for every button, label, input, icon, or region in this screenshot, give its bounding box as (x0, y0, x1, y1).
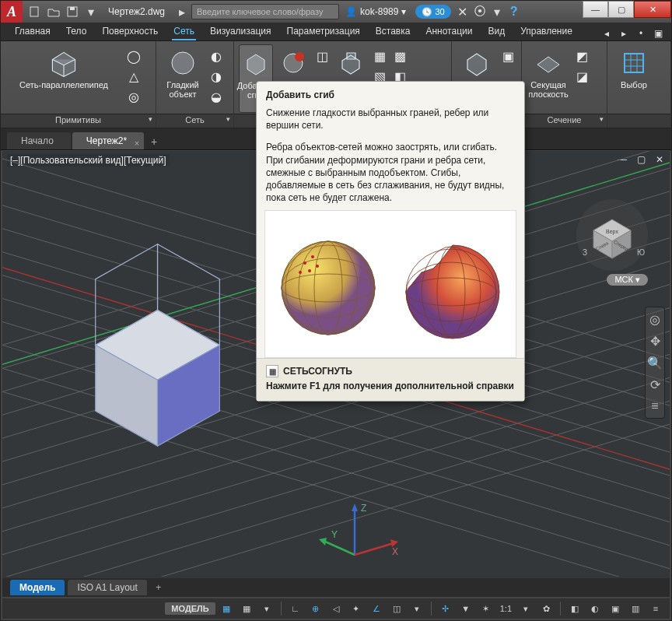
sb-clean-icon[interactable]: ▥ (626, 600, 645, 617)
qat-more-icon[interactable]: ▸ (173, 3, 191, 20)
sb-filter-icon[interactable]: ▼ (457, 600, 475, 617)
tab-mesh[interactable]: Сеть (166, 23, 202, 40)
sb-grid-icon[interactable]: ▦ (217, 600, 236, 617)
tab-visualize[interactable]: Визуализация (202, 23, 279, 40)
sb-osnap-icon[interactable]: ✦ (347, 600, 366, 617)
sb-iso-icon[interactable]: ◁ (327, 600, 345, 617)
tab-home[interactable]: Главная (7, 23, 58, 40)
edit-mini1-icon[interactable]: ◫ (313, 47, 331, 65)
tab-insert[interactable]: Вставка (368, 23, 418, 40)
nav-orbit-icon[interactable]: ⟳ (648, 377, 662, 391)
nav-wheel-icon[interactable]: ◎ (648, 312, 662, 326)
search-input[interactable]: Введите ключевое слово/фразу (191, 4, 339, 19)
tooltip-illustration (264, 210, 516, 358)
edit-mini2-icon[interactable]: ▦ (371, 47, 388, 65)
qat-dropdown-icon[interactable]: ▾ (82, 3, 100, 20)
sb-snap-icon[interactable]: ▦ (237, 600, 256, 617)
smooth-object-icon (167, 47, 198, 79)
help-dropdown-icon[interactable]: ▾ (488, 3, 506, 20)
qat-save-icon[interactable] (64, 3, 81, 20)
ribbon-bullet-icon[interactable]: • (634, 26, 648, 40)
app-logo[interactable]: A (1, 1, 23, 23)
smooth-less-icon[interactable]: ◑ (208, 68, 225, 85)
tab-body[interactable]: Тело (58, 23, 95, 40)
nav-pan-icon[interactable]: ✥ (648, 334, 662, 348)
titlebar: A ▾ Чертеж2.dwg ▸ Введите ключевое слово… (1, 1, 671, 23)
file-tab-drawing[interactable]: Чертеж2*× (72, 132, 144, 149)
file-tab-add[interactable]: + (145, 134, 163, 149)
sb-annoscale-icon[interactable]: ◧ (565, 600, 584, 617)
close-tab-icon[interactable]: × (135, 135, 139, 152)
tab-annotate[interactable]: Аннотации (418, 23, 480, 40)
search-placeholder: Введите ключевое слово/фразу (197, 7, 323, 16)
sb-polar-icon[interactable]: ⊕ (306, 600, 325, 617)
minimize-button[interactable]: — (583, 1, 608, 18)
mesh-box-button[interactable]: Сеть-параллелепипед (5, 44, 122, 113)
edit-mini5-icon[interactable]: ▩ (391, 47, 408, 65)
smooth-object-button[interactable]: Гладкий объект (161, 44, 205, 113)
panel-selection-title[interactable] (607, 114, 670, 128)
mesh-torus-icon[interactable]: ◎ (125, 88, 142, 105)
layout-tab-add[interactable]: + (150, 580, 167, 595)
ribbon-collapse-icon[interactable]: ▣ (651, 26, 665, 40)
sb-isolate-icon[interactable]: ▣ (606, 600, 625, 617)
time-pill-value: 30 (435, 7, 444, 16)
panel-section-title[interactable]: Сечение▾ (522, 114, 607, 128)
close-button[interactable]: ✕ (634, 1, 671, 18)
convert-mini-icon[interactable]: ▣ (499, 47, 516, 65)
tooltip-para1: Снижение гладкости выбранных граней, реб… (257, 104, 524, 138)
section-mini2-icon[interactable]: ◪ (573, 68, 590, 85)
tab-view[interactable]: Вид (480, 23, 513, 40)
time-pill[interactable]: 🕓30 (415, 5, 450, 19)
sb-dropdown3-icon[interactable]: ▾ (516, 600, 535, 617)
qat-open-icon[interactable] (45, 3, 62, 20)
sb-scale-label[interactable]: 1:1 (497, 600, 515, 617)
sb-hardware-icon[interactable]: ◐ (586, 600, 604, 617)
user-menu[interactable]: 👤 kok-8989 ▾ (345, 6, 406, 17)
cloud-icon[interactable]: ⦿ (471, 3, 488, 20)
msk-badge[interactable]: МСК ▾ (607, 274, 648, 286)
sb-gear-icon[interactable]: ✿ (537, 600, 555, 617)
sb-dyn-icon[interactable]: ✢ (436, 600, 455, 617)
maximize-button[interactable]: ▢ (608, 1, 634, 18)
panel-primitives-title[interactable]: Примитивы▾ (1, 114, 156, 128)
tab-parametric[interactable]: Параметризация (279, 23, 368, 40)
ribbon-scroll-left-icon[interactable]: ◂ (600, 26, 614, 40)
nav-bar: ◎ ✥ 🔍 ⟳ ≡ (645, 307, 665, 419)
smooth-refine-icon[interactable]: ◒ (208, 88, 225, 105)
clock-icon: 🕓 (422, 7, 432, 17)
help-icon[interactable]: ? (506, 3, 523, 20)
svg-rect-0 (30, 7, 38, 16)
sb-dropdown2-icon[interactable]: ▾ (408, 600, 426, 617)
file-tab-home[interactable]: Начало (7, 132, 71, 149)
layout-tab-model[interactable]: Модель (10, 580, 65, 595)
exchange-icon[interactable]: ✕ (454, 3, 471, 20)
smooth-more-icon[interactable]: ◐ (208, 47, 225, 65)
mesh-sphere-icon[interactable]: ◯ (125, 47, 142, 65)
select-label: Выбор (621, 80, 647, 89)
ucs-icon: Z X Y (316, 500, 409, 570)
sb-3dosnap-icon[interactable]: ◫ (387, 600, 406, 617)
mesh-cone-icon[interactable]: △ (125, 68, 142, 85)
svg-rect-2 (70, 7, 75, 10)
qat-new-icon[interactable] (26, 3, 44, 20)
tab-surface[interactable]: Поверхность (94, 23, 166, 40)
tooltip-title: Добавить сгиб (257, 82, 524, 104)
viewcube[interactable]: Верх Слева Спереди З Ю (573, 195, 651, 272)
sb-model-button[interactable]: МОДЕЛЬ (165, 602, 215, 615)
panel-mesh-title[interactable]: Сеть▾ (156, 114, 233, 128)
sb-custom-icon[interactable]: ≡ (646, 600, 665, 617)
ribbon-scroll-right-icon[interactable]: ▸ (617, 26, 631, 40)
sb-track-icon[interactable]: ∠ (367, 600, 386, 617)
select-button[interactable]: Выбор (612, 44, 656, 113)
section-plane-button[interactable]: Секущая плоскость (527, 44, 570, 113)
sb-dropdown1-icon[interactable]: ▾ (257, 600, 276, 617)
sb-ortho-icon[interactable]: ∟ (286, 600, 305, 617)
layout-tab-iso[interactable]: ISO A1 Layout (68, 580, 146, 595)
sb-gizmo-icon[interactable]: ✶ (477, 600, 495, 617)
nav-rewind-icon[interactable]: ≡ (648, 399, 662, 413)
statusbar: МОДЕЛЬ ▦ ▦ ▾ ∟ ⊕ ◁ ✦ ∠ ◫ ▾ ✢ ▼ ✶ 1:1 ▾ ✿… (2, 598, 670, 619)
section-mini1-icon[interactable]: ◩ (573, 47, 590, 65)
tab-manage[interactable]: Управление (513, 23, 580, 40)
nav-zoom-icon[interactable]: 🔍 (648, 356, 662, 370)
